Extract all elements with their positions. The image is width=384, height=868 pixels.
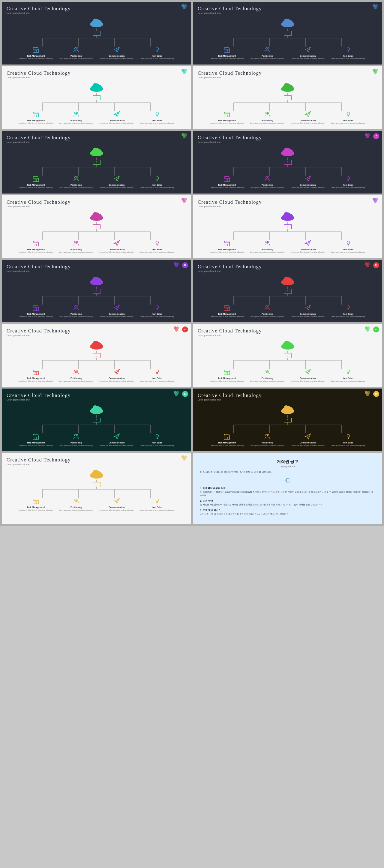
bottom-item: PositioningLorem ipsum dolor sit amet, c…: [247, 433, 288, 446]
svg-line-211: [117, 305, 119, 308]
item-label: Positioning: [262, 248, 273, 251]
item-label: Item Sales: [343, 119, 353, 122]
slide-title: Creative Cloud Technology: [7, 328, 186, 334]
slide-title: Creative Cloud Technology: [198, 199, 377, 205]
bottom-items: Task ManagementLorem ipsum dolor sit ame…: [207, 433, 369, 446]
item-desc: Lorem ipsum dolor sit amet, consectetur …: [140, 187, 174, 189]
svg-rect-207: [35, 308, 37, 310]
item-label: Positioning: [70, 313, 82, 315]
item-icon-1: [73, 111, 79, 119]
item-icon-3: [154, 305, 160, 312]
svg-point-353: [76, 499, 78, 501]
bottom-item: Task ManagementLorem ipsum dolor sit ame…: [15, 240, 56, 253]
item-desc: Lorem ipsum dolor sit amet, consectetur …: [100, 316, 134, 318]
item-icon-0: [224, 46, 230, 54]
item-label: Communication: [300, 55, 316, 57]
corner-icon: [173, 326, 180, 334]
item-desc: Lorem ipsum dolor sit amet, consectetur …: [250, 251, 284, 253]
svg-point-332: [347, 434, 350, 437]
item-desc: Lorem ipsum dolor sit amet, consectetur …: [250, 380, 284, 382]
svg-point-44: [347, 48, 350, 51]
corner-icon: [181, 197, 188, 205]
svg-point-89: [267, 112, 269, 114]
bottom-item: CommunicationLorem ipsum dolor sit amet,…: [97, 498, 137, 511]
svg-point-295: [93, 405, 97, 409]
slide-subtitle: Lorem ipsum dolor sit amet: [198, 206, 377, 208]
item-label: Communication: [108, 184, 125, 186]
tree-connector: [15, 424, 177, 433]
item-desc: Lorem ipsum dolor sit amet, consectetur …: [331, 251, 365, 253]
svg-point-212: [156, 305, 158, 308]
bottom-item: PositioningLorem ipsum dolor sit amet, c…: [247, 46, 288, 60]
svg-line-139: [308, 176, 311, 179]
slide-title: Creative Cloud Technology: [198, 135, 377, 141]
svg-point-188: [347, 241, 350, 244]
item-icon-3: [345, 111, 352, 119]
item-desc: Lorem ipsum dolor sit amet, consectetur …: [210, 251, 244, 253]
item-desc: Lorem ipsum dolor sit amet, consectetur …: [331, 316, 365, 318]
bottom-items: Task ManagementLorem ipsum dolor sit ame…: [15, 369, 177, 382]
slide-14: 15 Creative Cloud TechnologyLorem ipsum …: [193, 389, 382, 451]
diagram-area: CTask ManagementLorem ipsum dolor sit am…: [198, 339, 377, 382]
tree-connector: [207, 231, 369, 240]
item-label: Communication: [108, 55, 125, 57]
item-desc: Lorem ipsum dolor sit amet, consectetur …: [210, 380, 244, 382]
slide-3: Creative Cloud TechnologyLorem ipsum dol…: [2, 66, 191, 129]
bottom-item: PositioningLorem ipsum dolor sit amet, c…: [56, 369, 97, 382]
item-desc: Lorem ipsum dolor sit amet, consectetur …: [59, 251, 93, 253]
slide-title: Creative Cloud Technology: [7, 393, 186, 398]
c-box: C: [93, 160, 100, 165]
svg-line-331: [308, 434, 311, 437]
bottom-item: Item SalesLorem ipsum dolor sit amet, co…: [137, 369, 177, 382]
corner-icon: [181, 133, 188, 141]
bottom-item: PositioningLorem ipsum dolor sit amet, c…: [247, 305, 288, 318]
bottom-items: Task ManagementLorem ipsum dolor sit ame…: [207, 240, 369, 253]
item-desc: Lorem ipsum dolor sit amet, consectetur …: [100, 187, 134, 189]
bottom-item: Task ManagementLorem ipsum dolor sit ame…: [15, 369, 56, 382]
svg-line-115: [117, 176, 119, 179]
tree-connector: [207, 166, 369, 176]
item-desc: Lorem ipsum dolor sit amet, consectetur …: [140, 380, 174, 382]
svg-point-41: [267, 48, 269, 50]
svg-rect-135: [226, 179, 228, 182]
bottom-item: PositioningLorem ipsum dolor sit amet, c…: [247, 176, 288, 189]
diagram-area: CTask ManagementLorem ipsum dolor sit am…: [198, 146, 377, 189]
item-desc: Lorem ipsum dolor sit amet, consectetur …: [291, 316, 325, 318]
info-title: 저작권 공고: [200, 459, 375, 464]
c-box: C: [93, 482, 100, 487]
item-icon-1: [264, 433, 270, 441]
item-desc: Lorem ipsum dolor sit amet, consectetur …: [19, 251, 53, 253]
corner-icon: [372, 197, 379, 205]
svg-rect-182: [224, 243, 229, 246]
diagram-area: CTask ManagementLorem ipsum dolor sit am…: [7, 17, 186, 60]
cloud-icon: [89, 210, 104, 222]
slide-subtitle: Lorem ipsum dolor sit amet: [7, 12, 186, 14]
svg-line-19: [117, 47, 119, 51]
svg-point-20: [156, 48, 158, 51]
bottom-item: Item SalesLorem ipsum dolor sit amet, co…: [137, 498, 177, 511]
slide-title: Creative Cloud Technology: [7, 457, 186, 463]
svg-point-74: [374, 71, 377, 74]
bottom-item: CommunicationLorem ipsum dolor sit amet,…: [288, 46, 328, 60]
diagram-area: CTask ManagementLorem ipsum dolor sit am…: [7, 339, 186, 382]
bottom-items: Task ManagementLorem ipsum dolor sit ame…: [207, 369, 369, 382]
svg-point-232: [266, 305, 267, 307]
bottom-item: CommunicationLorem ipsum dolor sit amet,…: [288, 111, 328, 124]
cloud-icon: [280, 403, 295, 415]
item-icon-3: [154, 498, 160, 505]
cloud-icon: [280, 339, 295, 351]
bottom-items: Task ManagementLorem ipsum dolor sit ame…: [207, 305, 369, 318]
svg-point-17: [76, 48, 78, 50]
slide-subtitle: Lorem ipsum dolor sit amet: [7, 399, 186, 401]
svg-point-356: [156, 499, 158, 502]
c-box: C: [93, 31, 100, 36]
tree-connector: [15, 360, 177, 369]
bottom-items: Task ManagementLorem ipsum dolor sit ame…: [15, 305, 177, 318]
c-box: C: [93, 95, 100, 100]
item-icon-0: [224, 111, 230, 119]
svg-point-136: [266, 177, 267, 178]
corner-icon: [364, 390, 371, 398]
slide-subtitle: Lorem ipsum dolor sit amet: [7, 463, 186, 465]
item-label: Communication: [108, 119, 125, 122]
svg-point-314: [366, 393, 369, 396]
